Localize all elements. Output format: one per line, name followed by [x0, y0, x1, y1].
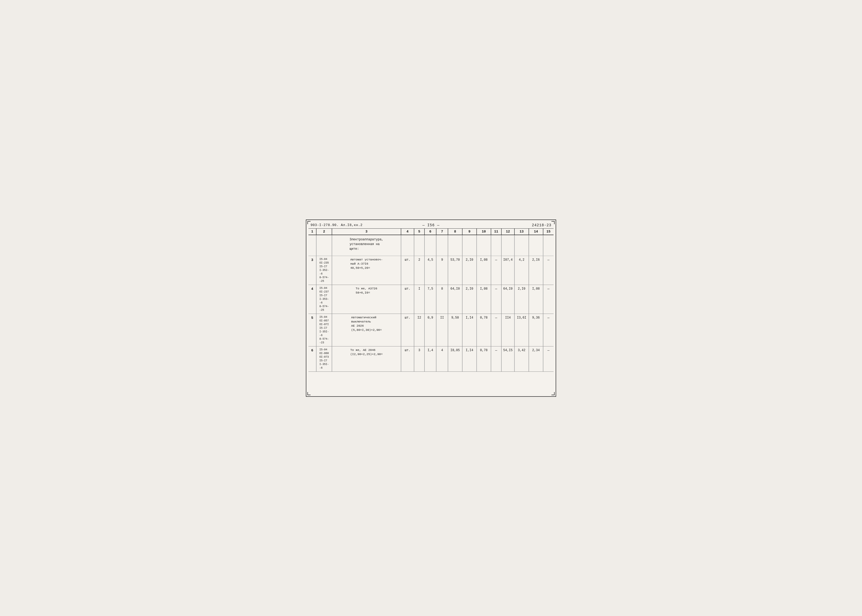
section-num-cell [308, 235, 316, 256]
header-right: 24218-23 [532, 223, 552, 227]
row-c8: 64,I0 [448, 285, 462, 314]
row-c11: — [491, 285, 502, 314]
row-refs: I5-04 OI-235 I5-I7 I-352- -6 8-574- -25 [316, 256, 332, 284]
section-ref-cell [316, 235, 332, 256]
row-num: 4 [308, 285, 316, 314]
col-header-15: 15 [543, 229, 554, 235]
col-header-1: 1 [308, 229, 316, 235]
table-row: 4I5-04 OI-237 I5-I7 I-353- -6 8-574- -25… [308, 285, 554, 314]
row-c12: 64,I0 [502, 285, 514, 314]
row-refs: I5-04 OI-057 OI-07I I5-I7 I-35I- -6 8-57… [316, 314, 332, 346]
row-c5: I2 [414, 314, 425, 346]
row-c4: шт. [401, 346, 414, 371]
row-c5: I [414, 285, 425, 314]
col-header-9: 9 [462, 229, 477, 235]
row-c14: I,08 [529, 285, 543, 314]
section-c10 [477, 235, 491, 256]
row-c14: 2,34 [529, 346, 543, 371]
row-c6: 4,5 [425, 256, 436, 284]
row-c13: I3,6I [514, 314, 529, 346]
section-c5 [414, 235, 425, 256]
row-c14: 2,I6 [529, 256, 543, 284]
section-c4 [401, 235, 414, 256]
col-header-14: 14 [529, 229, 543, 235]
row-c10: I,08 [477, 285, 491, 314]
col-header-4: 4 [401, 229, 414, 235]
column-headers: 1 2 3 4 5 6 7 8 9 10 11 12 13 14 15 [308, 229, 554, 235]
row-num: 5 [308, 314, 316, 346]
row-c12: 54,I5 [502, 346, 514, 371]
section-header-row: Электроаппаратура, установленная на щите… [308, 235, 554, 256]
row-c13: 2,I0 [514, 285, 529, 314]
section-c9 [462, 235, 477, 256]
corner-bl [307, 392, 310, 395]
section-c11 [491, 235, 502, 256]
row-c8: 9,50 [448, 314, 462, 346]
section-c7 [436, 235, 448, 256]
row-c5: 2 [414, 256, 425, 284]
row-c11: — [491, 256, 502, 284]
row-c15: — [543, 256, 554, 284]
section-desc-cell: Электроаппаратура, установленная на щите… [332, 235, 401, 256]
col-header-12: 12 [502, 229, 514, 235]
row-c14: 9,36 [529, 314, 543, 346]
row-c5: 3 [414, 346, 425, 371]
row-desc: То же, АЕ 2046 (I2,90+2,25)+2,90= [332, 346, 401, 371]
row-c13: 3,42 [514, 346, 529, 371]
row-c12: I07,4 [502, 256, 514, 284]
col-header-7: 7 [436, 229, 448, 235]
corner-br [552, 392, 555, 395]
col-header-6: 6 [425, 229, 436, 235]
row-desc: Автоматический выключатель АЕ 2026 (5,80… [332, 314, 401, 346]
section-c8 [448, 235, 462, 256]
section-c6 [425, 235, 436, 256]
row-c9: I,I4 [462, 314, 477, 346]
col-header-3: 3 [332, 229, 401, 235]
row-c15: — [543, 314, 554, 346]
section-c14 [529, 235, 543, 256]
row-c8: I8,05 [448, 346, 462, 371]
row-c9: 2,I0 [462, 256, 477, 284]
row-c9: 2,I0 [462, 285, 477, 314]
row-c10: 0,78 [477, 346, 491, 371]
section-c12 [502, 235, 514, 256]
row-c15: — [543, 285, 554, 314]
row-refs: I5-04 OI-237 I5-I7 I-353- -6 8-574- -25 [316, 285, 332, 314]
row-c6: 0,9 [425, 314, 436, 346]
col-header-11: 11 [491, 229, 502, 235]
table-row: 5I5-04 OI-057 OI-07I I5-I7 I-35I- -6 8-5… [308, 314, 554, 346]
col-header-10: 10 [477, 229, 491, 235]
col-header-8: 8 [448, 229, 462, 235]
row-num: 6 [308, 346, 316, 371]
row-c7: II [436, 314, 448, 346]
row-c13: 4,2 [514, 256, 529, 284]
row-c12: II4 [502, 314, 514, 346]
page-wrapper: 903-I-278.90. Ал.I8,кн.2 — I56 — 24218-2… [306, 220, 556, 397]
section-c15 [543, 235, 554, 256]
section-c13 [514, 235, 529, 256]
row-c10: 0,78 [477, 314, 491, 346]
row-c4: шт. [401, 314, 414, 346]
row-c11: — [491, 314, 502, 346]
row-c7: 8 [436, 285, 448, 314]
row-num: 3 [308, 256, 316, 284]
col-header-13: 13 [514, 229, 529, 235]
col-header-2: 2 [316, 229, 332, 235]
row-c15: — [543, 346, 554, 371]
row-c4: шт. [401, 285, 414, 314]
row-c7: 4 [436, 346, 448, 371]
row-desc: То же, А3726 58+6,I0= [332, 285, 401, 314]
row-c4: шт. [401, 256, 414, 284]
row-c9: I,I4 [462, 346, 477, 371]
header-left: 903-I-278.90. Ал.I8,кн.2 [310, 223, 362, 227]
table-row: 6I5-04 OI-060 OI-073 I5-I7 I-35I- -6То ж… [308, 346, 554, 372]
header-row: 903-I-278.90. Ал.I8,кн.2 — I56 — 24218-2… [308, 222, 554, 229]
col-header-5: 5 [414, 229, 425, 235]
row-desc: Автомат установоч- ный А-37I6 48,50+5,20… [332, 256, 401, 284]
row-c6: 7,5 [425, 285, 436, 314]
row-c8: 53,70 [448, 256, 462, 284]
row-refs: I5-04 OI-060 OI-073 I5-I7 I-35I- -6 [316, 346, 332, 371]
table-body: 3I5-04 OI-235 I5-I7 I-352- -6 8-574- -25… [308, 256, 554, 372]
header-center: — I56 — [422, 223, 440, 227]
row-c6: I,4 [425, 346, 436, 371]
